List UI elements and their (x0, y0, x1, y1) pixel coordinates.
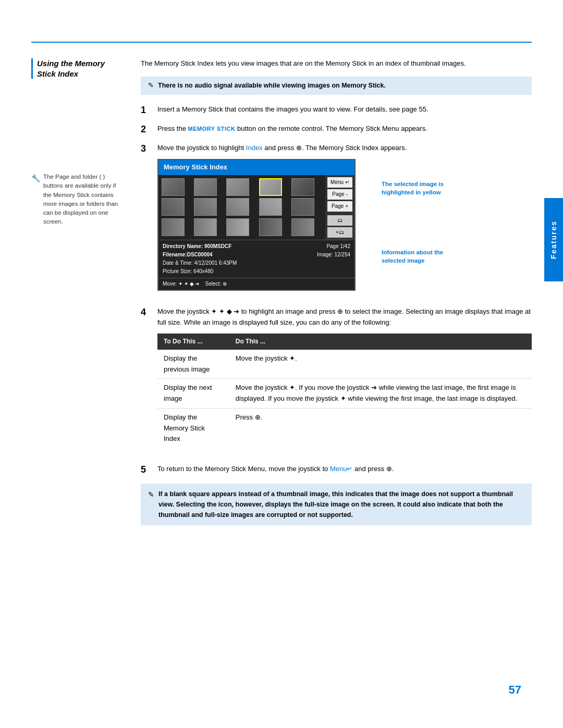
ms-image-info: Image: 12/254 (317, 251, 350, 259)
table-row: Display the next image Move the joystick… (157, 379, 532, 409)
move-label: Move: ✦ ✦ ◆ ➔ (163, 281, 199, 287)
table-cell-action-2: Display the next image (157, 379, 229, 409)
thumbnail-11 (162, 218, 185, 236)
step-2: 2 Press the MEMORY STICK button on the r… (141, 124, 532, 135)
note-icon: ✎ (148, 81, 154, 89)
thumbnail-13 (226, 218, 249, 236)
thumbnail-10 (291, 198, 314, 216)
thumbnail-8 (226, 198, 249, 216)
step-1: 1 Insert a Memory Stick that contains th… (141, 104, 532, 116)
step-5: 5 To return to the Memory Stick Menu, mo… (141, 464, 532, 476)
table-cell-instruction-3: Press ⊕. (229, 408, 532, 448)
ms-index-move: Move: ✦ ✦ ◆ ➔ Select: ⊕ (158, 278, 354, 290)
annotation-info: Information about the selected image (382, 248, 455, 265)
thumbnail-14 (259, 218, 282, 236)
memory-stick-highlight: MEMORY STICK (188, 126, 236, 132)
table-col-instruction: Do This ... (229, 334, 532, 350)
step-4: 4 Move the joystick ✦ ✦ ◆ ➔ to highlight… (141, 306, 532, 456)
folder-button-2[interactable]: +🗂 (327, 227, 352, 238)
menu-button[interactable]: Menu ↵ (327, 177, 352, 188)
ms-index-screenshot: Memory Stick Index (157, 159, 356, 291)
select-label: Select: ⊕ (205, 281, 226, 287)
section-title: Using the Memory Stick Index (31, 58, 125, 79)
left-column: Using the Memory Stick Index 🔧 The Page … (31, 58, 136, 686)
thumbnail-9 (259, 198, 282, 216)
step-5-content: To return to the Memory Stick Menu, move… (157, 464, 532, 475)
ms-index-info: Directory Name: 900MSDCF Page 1/42 Filen… (158, 240, 354, 278)
right-column: The Memory Stick Index lets you view ima… (136, 58, 532, 686)
table-body: Display the previous image Move the joys… (157, 350, 532, 449)
thumbnail-15 (291, 218, 314, 236)
ms-directory-row: Directory Name: 900MSDCF Page 1/42 (163, 242, 350, 251)
bottom-note-icon: ✎ (148, 489, 154, 500)
annotation-selected-image: The selected image is highlighted in yel… (382, 180, 455, 196)
thumbnail-6 (162, 198, 185, 216)
table-cell-instruction-1: Move the joystick ✦. (229, 350, 532, 379)
page-container: Features 57 Using the Memory Stick Index… (0, 0, 563, 728)
steps-list: 1 Insert a Memory Stick that contains th… (141, 104, 532, 476)
step-1-number: 1 (141, 104, 152, 116)
thumbnail-12 (194, 218, 217, 236)
bottom-note-box: ✎ If a blank square appears instead of a… (141, 484, 532, 525)
top-note-box: ✎ There is no audio signal available whi… (141, 77, 532, 95)
step-1-content: Insert a Memory Stick that contains the … (157, 104, 532, 115)
step-5-number: 5 (141, 464, 152, 476)
sidebar-note: 🔧 The Page and folder ( ) buttons are av… (31, 172, 125, 227)
step-4-content: Move the joystick ✦ ✦ ◆ ➔ to highlight a… (157, 306, 532, 456)
table-cell-action-3: Display the Memory Stick Index (157, 408, 229, 448)
steps-table: To Do This ... Do This ... Display the p… (157, 334, 532, 449)
table-row: Display the Memory Stick Index Press ⊕. (157, 408, 532, 448)
ms-directory-label: Directory Name: 900MSDCF (163, 242, 231, 251)
table-row: Display the previous image Move the joys… (157, 350, 532, 379)
step-2-number: 2 (141, 124, 152, 135)
table-header: To Do This ... Do This ... (157, 334, 532, 350)
table-cell-action-1: Display the previous image (157, 350, 229, 379)
top-divider (31, 42, 532, 43)
table-cell-instruction-2: Move the joystick ✦. If you move the joy… (229, 379, 532, 409)
ms-index-title: Memory Stick Index (158, 160, 354, 175)
thumbnail-4-selected (259, 178, 282, 196)
step-4-number: 4 (141, 306, 152, 318)
menu-link: Menu↵ (330, 465, 353, 473)
ms-index-wrap: Memory Stick Index (157, 159, 449, 291)
ms-menu-buttons: Menu ↵ Page - Page + 🗂 +🗂 (325, 175, 354, 240)
folder-button-1[interactable]: 🗂 (327, 215, 352, 226)
thumbnail-2 (194, 178, 217, 196)
ms-page-info: Page 1/42 (326, 242, 350, 251)
step-3: 3 Move the joystick to highlight Index a… (141, 143, 532, 299)
ms-filename-row: Filename:DSC00004 Image: 12/254 (163, 251, 350, 259)
note-box-text: There is no audio signal available while… (158, 81, 386, 91)
features-tab-label: Features (549, 220, 558, 259)
table-col-action: To Do This ... (157, 334, 229, 350)
step-3-content: Move the joystick to highlight Index and… (157, 143, 532, 299)
thumbnail-3 (226, 178, 249, 196)
step-2-content: Press the MEMORY STICK button on the rem… (157, 124, 532, 134)
sidebar-note-text: The Page and folder ( ) buttons are avai… (43, 172, 125, 227)
features-tab: Features (544, 198, 563, 281)
page-plus-button[interactable]: Page + (327, 201, 352, 212)
thumbnail-1 (162, 178, 185, 196)
page-number: 57 (509, 683, 521, 697)
page-minus-button[interactable]: Page - (327, 189, 352, 200)
ms-index-content: Menu ↵ Page - Page + 🗂 +🗂 (158, 175, 354, 240)
ms-thumbnails (158, 175, 325, 240)
thumbnail-7 (194, 198, 217, 216)
ms-datetime: Date & Time: 4/12/2001 6:43PM (163, 259, 350, 267)
ms-filename: Filename:DSC00004 (163, 251, 213, 259)
content-layout: Using the Memory Stick Index 🔧 The Page … (31, 58, 532, 686)
ms-picture-size: Picture Size: 640x480 (163, 267, 350, 276)
bottom-note-text: If a blank square appears instead of a t… (158, 489, 524, 520)
table-header-row: To Do This ... Do This ... (157, 334, 532, 350)
index-highlight: Index (246, 144, 263, 152)
intro-text: The Memory Stick Index lets you view ima… (141, 58, 532, 69)
step-3-number: 3 (141, 143, 152, 155)
thumbnail-5 (291, 178, 314, 196)
sidebar-note-icon: 🔧 (31, 173, 40, 184)
